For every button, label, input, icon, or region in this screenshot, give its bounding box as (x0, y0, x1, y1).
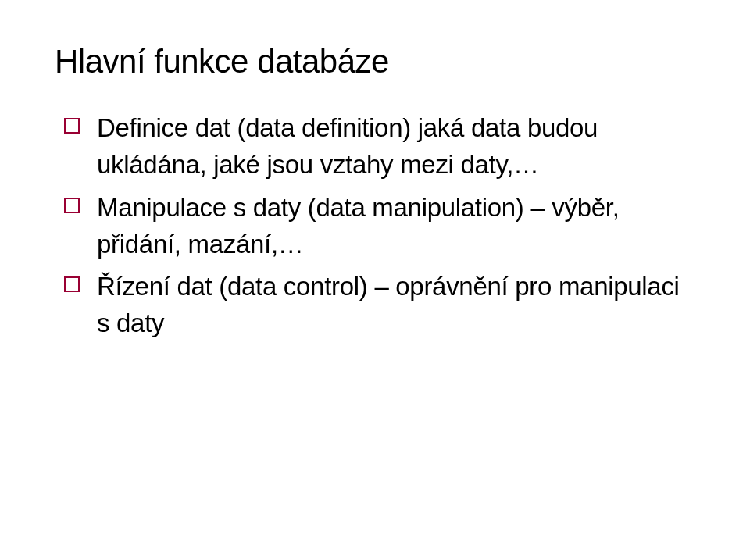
bullet-list: Definice dat (data definition) jaká data… (55, 110, 695, 342)
square-bullet-icon (64, 118, 80, 134)
list-item: Manipulace s daty (data manipulation) – … (64, 190, 695, 263)
square-bullet-icon (64, 276, 80, 292)
list-item: Definice dat (data definition) jaká data… (64, 110, 695, 184)
bullet-text: Řízení dat (data control) – oprávnění pr… (97, 269, 695, 342)
list-item: Řízení dat (data control) – oprávnění pr… (64, 269, 695, 342)
bullet-text: Definice dat (data definition) jaká data… (97, 110, 695, 184)
bullet-text: Manipulace s daty (data manipulation) – … (97, 190, 695, 263)
slide-title: Hlavní funkce databáze (55, 43, 695, 80)
square-bullet-icon (64, 198, 80, 213)
